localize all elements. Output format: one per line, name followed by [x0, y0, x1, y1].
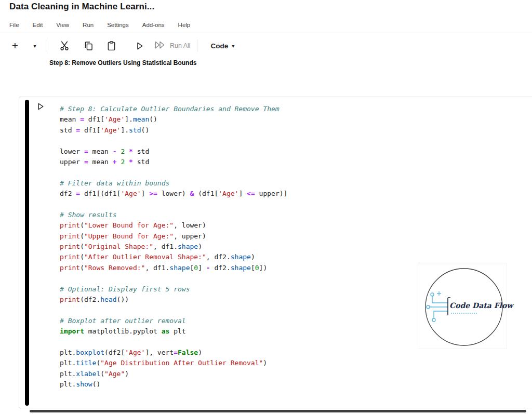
- cut-cell-button[interactable]: [57, 38, 72, 54]
- code-line: print("Lower Bound for Age:", lower): [60, 220, 532, 231]
- menu-item-run[interactable]: Run: [83, 22, 94, 28]
- paste-cell-button[interactable]: [103, 38, 119, 54]
- markdown-heading: Step 8: Remove Outliers Using Statistica…: [49, 59, 196, 66]
- double-play-icon: [153, 39, 167, 52]
- code-block[interactable]: # Step 8: Calculate Outlier Boundaries a…: [60, 104, 532, 403]
- code-cell: # Step 8: Calculate Outlier Boundaries a…: [19, 97, 532, 408]
- copy-icon: [83, 41, 94, 51]
- menu-item-settings[interactable]: Settings: [107, 22, 129, 28]
- code-data-flow-logo: Code Data Flow: [418, 263, 507, 349]
- run-all-label: Run All: [170, 42, 191, 49]
- add-cell-dropdown[interactable]: ▾: [30, 43, 39, 49]
- menu-item-edit[interactable]: Edit: [33, 22, 43, 28]
- logo-text: Code Data Flow: [449, 301, 502, 310]
- cell-run-button[interactable]: [35, 102, 46, 112]
- code-line: plt.xlabel("Age"): [60, 369, 532, 379]
- notebook-title[interactable]: Data Cleaning in Machine Learni...: [9, 2, 154, 12]
- code-line: plt.title("Age Distribution After Outlie…: [60, 358, 532, 368]
- menu-bar: File Edit View Run Settings Add-ons Help: [0, 17, 532, 33]
- horizontal-scrollbar[interactable]: [30, 410, 526, 412]
- code-line: [60, 167, 532, 178]
- cell-selection-bar[interactable]: [25, 100, 29, 406]
- logo-tagline: [451, 313, 477, 314]
- run-all-button[interactable]: Run All: [153, 39, 191, 52]
- menu-item-view[interactable]: View: [56, 22, 69, 28]
- chevron-down-icon: ▾: [33, 43, 36, 49]
- run-cell-button[interactable]: [131, 38, 147, 54]
- notebook-toolbar: + ▾: [0, 34, 532, 58]
- code-line: # Step 8: Calculate Outlier Boundaries a…: [60, 104, 532, 114]
- code-line: plt.show(): [60, 379, 532, 390]
- code-line: df2 = df1[(df1['Age'] >= lower) & (df1['…: [60, 189, 532, 199]
- code-line: # Show results: [60, 210, 532, 220]
- code-line: print("Upper Bound for Age:", upper): [60, 231, 532, 242]
- play-icon: [36, 105, 45, 113]
- toolbar-divider: [197, 39, 197, 52]
- code-line: mean = df1['Age'].mean(): [60, 114, 532, 125]
- menu-item-file[interactable]: File: [9, 22, 19, 28]
- code-line: [60, 199, 532, 210]
- code-line: # Filter data within bounds: [60, 178, 532, 189]
- code-line: lower = mean - 2 * std: [60, 146, 532, 157]
- plus-icon: +: [12, 39, 18, 52]
- code-line: print("After Outlier Removal Shape:", df…: [60, 252, 532, 262]
- cell-type-label: Code: [211, 42, 229, 50]
- chevron-down-icon: ▾: [232, 43, 234, 49]
- code-line: [60, 136, 532, 146]
- code-line: plt.boxplot(df2['Age'], vert=False): [60, 348, 532, 358]
- add-cell-button[interactable]: +: [8, 39, 22, 52]
- cell-type-dropdown[interactable]: Code ▾: [211, 42, 235, 50]
- copy-cell-button[interactable]: [81, 38, 96, 54]
- code-line: std = df1['Age'].std(): [60, 125, 532, 136]
- toolbar-divider: [46, 39, 46, 52]
- scissors-icon: [59, 40, 70, 51]
- play-icon: [134, 41, 145, 51]
- code-line: print("Original Shape:", df1.shape): [60, 242, 532, 252]
- menu-item-addons[interactable]: Add-ons: [142, 22, 165, 28]
- clipboard-icon: [106, 41, 117, 51]
- code-line: upper = mean + 2 * std: [60, 157, 532, 167]
- menu-item-help[interactable]: Help: [178, 22, 191, 28]
